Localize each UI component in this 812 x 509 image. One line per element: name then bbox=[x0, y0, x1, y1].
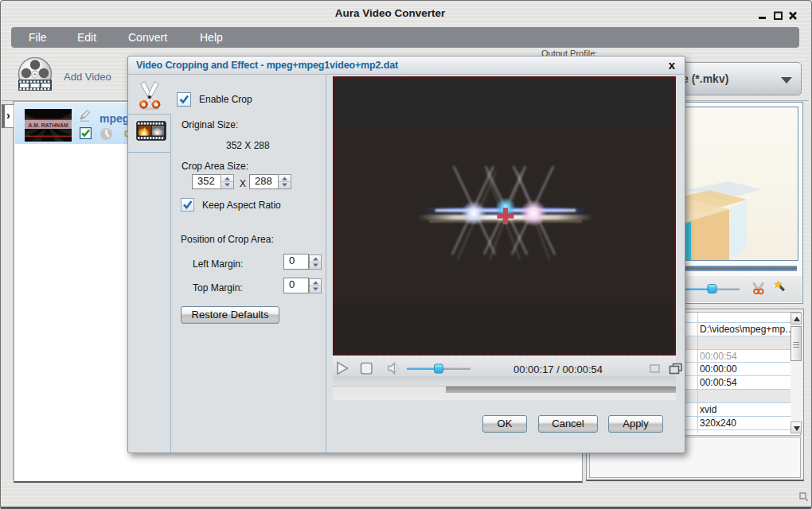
svg-text:A.M. RATHNAM: A.M. RATHNAM bbox=[28, 122, 68, 128]
